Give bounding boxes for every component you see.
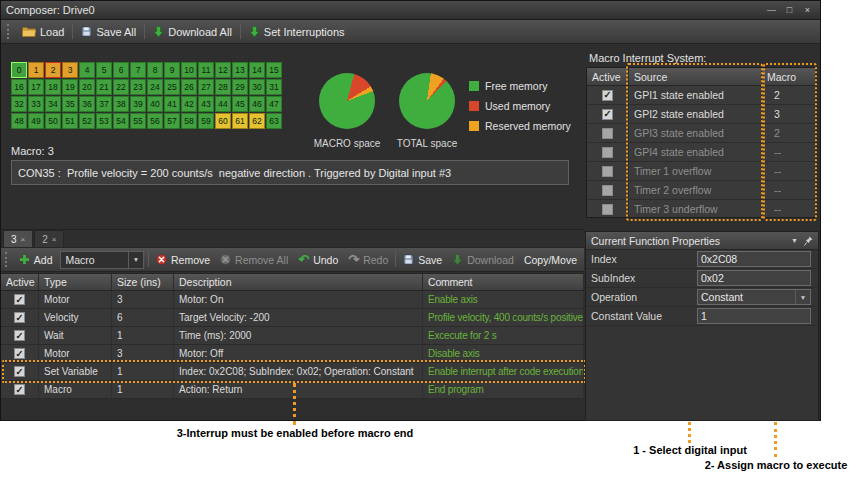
memory-cell[interactable]: 39 [130, 96, 146, 112]
toolbar-grip[interactable] [5, 252, 9, 267]
property-input[interactable] [697, 251, 811, 267]
memory-cell[interactable]: 37 [96, 96, 112, 112]
memory-cell[interactable]: 59 [198, 113, 214, 129]
memory-cell[interactable]: 41 [164, 96, 180, 112]
property-input[interactable] [697, 270, 811, 286]
memory-cell[interactable]: 13 [232, 62, 248, 78]
memory-cell[interactable]: 2 [45, 62, 61, 78]
tab-close-icon[interactable]: × [21, 235, 26, 244]
memory-cell[interactable]: 23 [130, 79, 146, 95]
memory-cell[interactable]: 53 [96, 113, 112, 129]
memory-cell[interactable]: 4 [79, 62, 95, 78]
memory-cell[interactable]: 17 [28, 79, 44, 95]
memory-cell[interactable]: 20 [79, 79, 95, 95]
macro-tab-3[interactable]: 3× [3, 230, 33, 247]
memory-cell[interactable]: 56 [147, 113, 163, 129]
macro-tab-2[interactable]: 2× [34, 230, 64, 247]
active-checkbox[interactable] [602, 147, 613, 158]
maximize-button[interactable]: □ [782, 4, 797, 17]
memory-cell[interactable]: 48 [11, 113, 27, 129]
memory-cell[interactable]: 55 [130, 113, 146, 129]
active-checkbox[interactable]: ✓ [14, 312, 25, 323]
memory-cell[interactable]: 11 [198, 62, 214, 78]
memory-cell[interactable]: 9 [164, 62, 180, 78]
memory-cell[interactable]: 8 [147, 62, 163, 78]
memory-cell[interactable]: 44 [215, 96, 231, 112]
remove-button[interactable]: Remove [151, 252, 215, 268]
undo-button[interactable]: ↶ Undo [293, 251, 343, 268]
active-checkbox[interactable]: ✓ [14, 330, 25, 341]
download-button[interactable]: Download [447, 252, 519, 268]
minimize-button[interactable]: — [764, 4, 779, 17]
memory-cell[interactable]: 62 [249, 113, 265, 129]
memory-cell[interactable]: 28 [215, 79, 231, 95]
memory-cell[interactable]: 36 [79, 96, 95, 112]
save-all-button[interactable]: Save All [75, 24, 142, 40]
save-button[interactable]: Save [398, 252, 447, 268]
memory-cell[interactable]: 14 [249, 62, 265, 78]
memory-cell[interactable]: 40 [147, 96, 163, 112]
memory-cell[interactable]: 61 [232, 113, 248, 129]
memory-cell[interactable]: 31 [266, 79, 282, 95]
memory-cell[interactable]: 43 [198, 96, 214, 112]
active-checkbox[interactable]: ✓ [14, 294, 25, 305]
download-all-button[interactable]: Download All [147, 24, 238, 40]
remove-all-button[interactable]: Remove All [215, 252, 293, 268]
active-checkbox[interactable]: ✓ [14, 384, 25, 395]
memory-cell[interactable]: 34 [45, 96, 61, 112]
property-input[interactable] [697, 308, 811, 324]
memory-cell[interactable]: 57 [164, 113, 180, 129]
active-checkbox[interactable]: ✓ [602, 109, 613, 120]
memory-cell[interactable]: 16 [11, 79, 27, 95]
memory-cell[interactable]: 52 [79, 113, 95, 129]
active-checkbox[interactable] [602, 185, 613, 196]
memory-cell[interactable]: 26 [181, 79, 197, 95]
memory-cell[interactable]: 22 [113, 79, 129, 95]
memory-cell[interactable]: 10 [181, 62, 197, 78]
toolbar-grip[interactable] [7, 24, 11, 39]
memory-cell[interactable]: 35 [62, 96, 78, 112]
memory-cell[interactable]: 50 [45, 113, 61, 129]
memory-cell[interactable]: 33 [28, 96, 44, 112]
set-interruptions-button[interactable]: Set Interruptions [243, 24, 351, 40]
memory-cell[interactable]: 18 [45, 79, 61, 95]
memory-cell[interactable]: 63 [266, 113, 282, 129]
collapse-caret-icon[interactable]: ▼ [791, 237, 798, 244]
instruction-type-select[interactable]: Macro ▼ [60, 251, 144, 269]
active-checkbox[interactable] [602, 204, 613, 215]
memory-cell[interactable]: 47 [266, 96, 282, 112]
memory-cell[interactable]: 12 [215, 62, 231, 78]
active-checkbox[interactable] [602, 128, 613, 139]
add-button[interactable]: Add [14, 252, 58, 268]
memory-cell[interactable]: 3 [62, 62, 78, 78]
instruction-row[interactable]: ✓Wait1Time (ms): 2000Excecute for 2 s [1, 327, 584, 345]
redo-button[interactable]: ↷ Redo [343, 251, 393, 268]
memory-cell[interactable]: 54 [113, 113, 129, 129]
memory-cell[interactable]: 32 [11, 96, 27, 112]
memory-cell[interactable]: 21 [96, 79, 112, 95]
macro-description-field[interactable] [11, 160, 569, 185]
active-checkbox[interactable]: ✓ [14, 348, 25, 359]
memory-cell[interactable]: 49 [28, 113, 44, 129]
memory-cell[interactable]: 46 [249, 96, 265, 112]
memory-cell[interactable]: 1 [28, 62, 44, 78]
memory-cell[interactable]: 58 [181, 113, 197, 129]
memory-cell[interactable]: 19 [62, 79, 78, 95]
active-checkbox[interactable] [602, 166, 613, 177]
tab-close-icon[interactable]: × [52, 235, 57, 244]
memory-cell[interactable]: 38 [113, 96, 129, 112]
memory-cell[interactable]: 6 [113, 62, 129, 78]
instruction-row[interactable]: ✓Velocity6Target Velocity: -200Profile v… [1, 309, 584, 327]
pin-icon[interactable] [804, 236, 813, 246]
memory-cell[interactable]: 60 [215, 113, 231, 129]
memory-cell[interactable]: 15 [266, 62, 282, 78]
active-checkbox[interactable]: ✓ [602, 90, 613, 101]
memory-cell[interactable]: 25 [164, 79, 180, 95]
memory-cell[interactable]: 24 [147, 79, 163, 95]
close-button[interactable]: × [800, 4, 815, 17]
property-select[interactable]: Constant▼ [697, 289, 811, 305]
memory-cell[interactable]: 51 [62, 113, 78, 129]
copy-move-button[interactable]: Copy/Move [519, 252, 582, 268]
memory-cell[interactable]: 27 [198, 79, 214, 95]
memory-cell[interactable]: 42 [181, 96, 197, 112]
